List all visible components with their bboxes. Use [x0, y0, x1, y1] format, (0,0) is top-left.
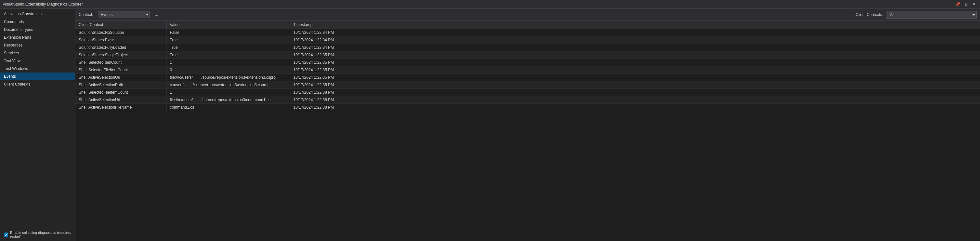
cell-client-context: SolutionStates:SingleProject — [75, 51, 166, 59]
sidebar-item-text-view[interactable]: Text View — [0, 57, 75, 65]
table-row[interactable]: SolutionStates:Exists True 10/17/2024 1:… — [75, 37, 980, 44]
cell-timestamp: 10/17/2024 1:22:35 PM — [290, 51, 355, 59]
sidebar-item-resources[interactable]: Resources — [0, 41, 75, 49]
list-icon: ≡ — [155, 12, 158, 17]
sidebar-item-client-contexts[interactable]: Client Contexts — [0, 80, 75, 88]
cell-timestamp: 10/17/2024 1:22:38 PM — [290, 104, 355, 111]
title-bar-left: VisualStudio.Extensibility Diagnostics E… — [3, 2, 83, 6]
cell-timestamp: 10/17/2024 1:22:34 PM — [290, 29, 355, 37]
col-header-extra — [355, 21, 980, 29]
cell-timestamp: 10/17/2024 1:22:35 PM — [290, 59, 355, 66]
sidebar-nav: Activation Constraints Commands Document… — [0, 9, 75, 228]
table-row[interactable]: Shell:SelectedFileItemCount 1 10/17/2024… — [75, 89, 980, 96]
cell-timestamp: 10/17/2024 1:22:38 PM — [290, 89, 355, 96]
sidebar: Activation Constraints Commands Document… — [0, 9, 75, 241]
cell-client-context: Shell:ActiveSelectionUri — [75, 96, 166, 104]
cell-client-context: Shell:ActiveSelectionPath — [75, 81, 166, 89]
cell-timestamp: 10/17/2024 1:22:34 PM — [290, 37, 355, 44]
sidebar-item-events[interactable]: Events — [0, 72, 75, 80]
table-row[interactable]: SolutionStates:SingleProject True 10/17/… — [75, 51, 980, 59]
title-bar-controls: 📌 ⧉ ✕ — [953, 1, 977, 7]
cell-extra — [355, 96, 980, 104]
col-header-client-context: Client Context — [75, 21, 166, 29]
table-header: Client Context Value Timestamp — [75, 21, 980, 29]
toolbar-right: Client Contexts: All — [856, 11, 977, 19]
cell-extra — [355, 74, 980, 81]
header-row: Client Context Value Timestamp — [75, 21, 980, 29]
cell-value: file:///c/users/ /source/repos/extension… — [166, 74, 290, 81]
cell-value: file:///c/users/ /source/repos/extension… — [166, 96, 290, 104]
client-contexts-select-wrapper: All — [886, 11, 977, 19]
cell-extra — [355, 29, 980, 37]
cell-extra — [355, 44, 980, 51]
col-header-value: Value — [166, 21, 290, 29]
content-area: Context: Events Commands All ≡ Client Co… — [75, 9, 980, 241]
context-select-wrapper: Events Commands All — [98, 11, 150, 18]
cell-value: c:\users\ \source\repos\extension3\exten… — [166, 81, 290, 89]
sidebar-footer: Enable collecting diagnostics (requires … — [0, 228, 75, 241]
diagnostics-checkbox-label[interactable]: Enable collecting diagnostics (requires … — [4, 231, 71, 238]
table-row[interactable]: SolutionStates:NoSolution False 10/17/20… — [75, 29, 980, 37]
toolbar: Context: Events Commands All ≡ Client Co… — [75, 9, 980, 21]
sidebar-item-activation-constraints[interactable]: Activation Constraints — [0, 10, 75, 18]
diagnostics-checkbox[interactable] — [4, 233, 8, 237]
cell-client-context: Shell:ActiveSelectionFileName — [75, 104, 166, 111]
cell-client-context: Shell:SelectedItemCount — [75, 59, 166, 66]
cell-client-context: Shell:SelectedFileItemCount — [75, 89, 166, 96]
sidebar-item-tool-windows[interactable]: Tool Windows — [0, 65, 75, 72]
cell-client-context: Shell:ActiveSelectionUri — [75, 74, 166, 81]
cell-extra — [355, 89, 980, 96]
context-label: Context: — [79, 12, 93, 17]
sidebar-item-extension-parts[interactable]: Extension Parts — [0, 34, 75, 41]
table-container: Client Context Value Timestamp SolutionS… — [75, 21, 980, 241]
table-row[interactable]: Shell:ActiveSelectionUri file:///c/users… — [75, 74, 980, 81]
diagnostics-checkbox-text: Enable collecting diagnostics (requires … — [10, 231, 71, 238]
table-row[interactable]: Shell:ActiveSelectionUri file:///c/users… — [75, 96, 980, 104]
main-container: Activation Constraints Commands Document… — [0, 9, 980, 241]
col-header-timestamp: Timestamp — [290, 21, 355, 29]
context-select[interactable]: Events Commands All — [98, 11, 150, 18]
title-bar: VisualStudio.Extensibility Diagnostics E… — [0, 0, 980, 9]
cell-value: True — [166, 44, 290, 51]
list-view-button[interactable]: ≡ — [153, 11, 160, 18]
sidebar-item-document-types[interactable]: Document Types — [0, 26, 75, 34]
cell-extra — [355, 59, 980, 66]
table-row[interactable]: Shell:SelectedItemCount 1 10/17/2024 1:2… — [75, 59, 980, 66]
close-button[interactable]: ✕ — [970, 1, 977, 7]
table-row[interactable]: SolutionStates:FullyLoaded True 10/17/20… — [75, 44, 980, 51]
pin-button[interactable]: 📌 — [953, 1, 962, 7]
cell-extra — [355, 37, 980, 44]
cell-timestamp: 10/17/2024 1:22:34 PM — [290, 44, 355, 51]
cell-extra — [355, 81, 980, 89]
cell-value: 1 — [166, 59, 290, 66]
client-contexts-label: Client Contexts: — [856, 12, 883, 17]
sidebar-item-services[interactable]: Services — [0, 49, 75, 57]
cell-client-context: SolutionStates:NoSolution — [75, 29, 166, 37]
app-title: VisualStudio.Extensibility Diagnostics E… — [3, 2, 83, 6]
cell-extra — [355, 66, 980, 74]
table-row[interactable]: Shell:ActiveSelectionPath c:\users\ \sou… — [75, 81, 980, 89]
cell-client-context: SolutionStates:FullyLoaded — [75, 44, 166, 51]
cell-value: False — [166, 29, 290, 37]
cell-timestamp: 10/17/2024 1:22:35 PM — [290, 81, 355, 89]
float-button[interactable]: ⧉ — [963, 1, 970, 7]
cell-timestamp: 10/17/2024 1:22:35 PM — [290, 74, 355, 81]
cell-value: True — [166, 37, 290, 44]
cell-value: True — [166, 51, 290, 59]
cell-extra — [355, 104, 980, 111]
cell-value: 0 — [166, 66, 290, 74]
events-table: Client Context Value Timestamp SolutionS… — [75, 21, 980, 111]
cell-timestamp: 10/17/2024 1:22:35 PM — [290, 66, 355, 74]
table-row[interactable]: Shell:SelectedFileItemCount 0 10/17/2024… — [75, 66, 980, 74]
table-row[interactable]: Shell:ActiveSelectionFileName command1.c… — [75, 104, 980, 111]
cell-value: 1 — [166, 89, 290, 96]
cell-client-context: Shell:SelectedFileItemCount — [75, 66, 166, 74]
cell-value: command1.cs — [166, 104, 290, 111]
cell-client-context: SolutionStates:Exists — [75, 37, 166, 44]
cell-extra — [355, 51, 980, 59]
table-body: SolutionStates:NoSolution False 10/17/20… — [75, 29, 980, 111]
sidebar-item-commands[interactable]: Commands — [0, 18, 75, 26]
client-contexts-select[interactable]: All — [886, 11, 977, 19]
cell-timestamp: 10/17/2024 1:22:38 PM — [290, 96, 355, 104]
